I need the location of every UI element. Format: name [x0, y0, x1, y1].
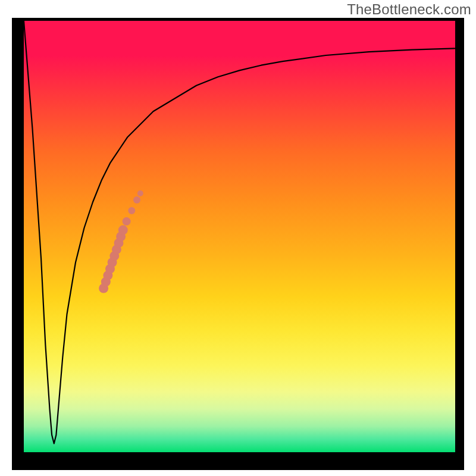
- highlight-dot: [118, 226, 128, 235]
- chart-frame: TheBottleneck.com: [0, 0, 476, 476]
- highlight-dot-group: [99, 190, 143, 293]
- highlight-dot: [133, 196, 140, 203]
- plot-outer-border: [12, 18, 464, 470]
- bottleneck-curve: [24, 21, 455, 444]
- highlight-dot: [137, 190, 143, 196]
- watermark-text: TheBottleneck.com: [347, 1, 471, 18]
- highlight-dot: [123, 217, 131, 226]
- highlight-dot: [128, 207, 135, 214]
- chart-svg: [24, 21, 455, 452]
- plot-area: [24, 21, 455, 452]
